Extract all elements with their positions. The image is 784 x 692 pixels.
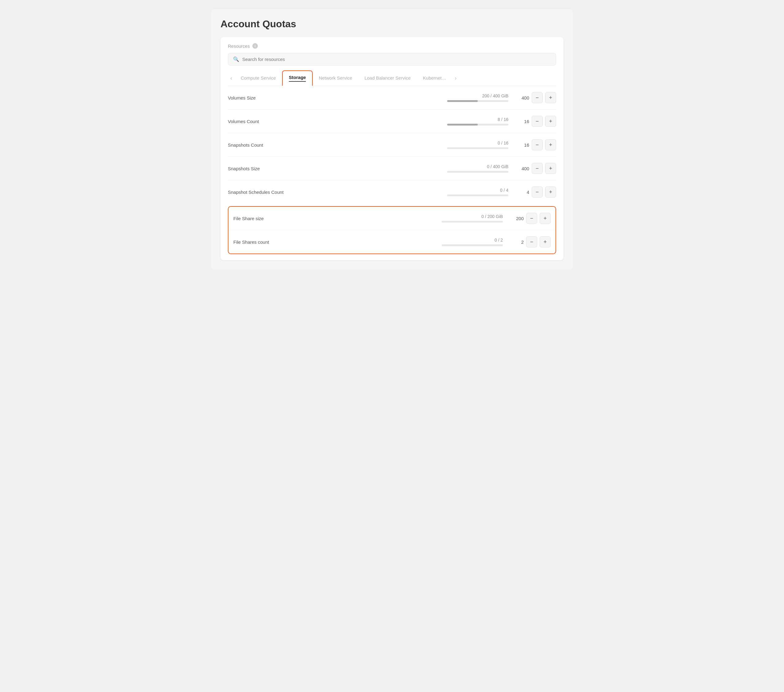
quota-text-snapshot-schedules-count: 0 / 4	[500, 188, 508, 193]
quota-decrease-volumes-size[interactable]: −	[532, 92, 543, 103]
quota-value-snapshots-count: 16	[517, 142, 529, 148]
quota-progress-snapshot-schedules-count: 0 / 4	[318, 188, 508, 196]
quota-list: Volumes Size 200 / 400 GiB 400 − + Volum…	[228, 86, 556, 254]
quota-text-file-shares-count: 0 / 2	[494, 237, 503, 242]
quota-label-snapshot-schedules-count: Snapshot Schedules Count	[228, 189, 314, 195]
quota-label-file-share-size: File Share size	[233, 216, 319, 221]
quota-text-snapshots-count: 0 / 16	[497, 140, 508, 145]
quota-text-file-share-size: 0 / 200 GiB	[481, 214, 503, 219]
highlighted-section: File Share size 0 / 200 GiB 200 − + File…	[228, 206, 556, 254]
tab-prev-arrow[interactable]: ‹	[228, 75, 235, 81]
quota-progress-file-shares-count: 0 / 2	[324, 237, 503, 246]
quota-decrease-snapshots-count[interactable]: −	[532, 139, 543, 150]
search-input[interactable]	[242, 57, 551, 62]
tab-storage[interactable]: Storage	[282, 71, 313, 86]
quota-row-file-share-size: File Share size 0 / 200 GiB 200 − +	[229, 207, 555, 230]
quota-value-snapshots-size: 400	[517, 166, 529, 171]
progress-bar-bg-volumes-count	[447, 124, 508, 125]
search-icon: 🔍	[233, 56, 239, 62]
progress-bar-fill-volumes-size	[447, 100, 478, 102]
quota-value-snapshot-schedules-count: 4	[517, 189, 529, 195]
quota-increase-snapshots-count[interactable]: +	[545, 139, 556, 150]
resources-header: Resources i	[228, 43, 556, 49]
quota-value-file-shares-count: 2	[511, 239, 524, 245]
progress-bar-bg-file-shares-count	[441, 244, 503, 246]
quota-decrease-file-shares-count[interactable]: −	[526, 236, 537, 247]
quota-progress-volumes-count: 8 / 16	[318, 117, 508, 125]
quota-progress-snapshots-count: 0 / 16	[318, 140, 508, 149]
tab-network[interactable]: Network Service	[313, 72, 358, 85]
quota-controls-snapshots-count: 16 − +	[513, 139, 556, 150]
quota-progress-volumes-size: 200 / 400 GiB	[318, 93, 508, 102]
tab-next-arrow[interactable]: ›	[452, 75, 459, 81]
tabs-bar: ‹ Compute Service Storage Network Servic…	[228, 71, 556, 86]
progress-bar-bg-snapshots-count	[447, 147, 508, 149]
progress-bar-fill-volumes-count	[447, 124, 478, 125]
quota-increase-file-share-size[interactable]: +	[540, 213, 551, 224]
quota-controls-volumes-count: 16 − +	[513, 116, 556, 127]
tab-loadbalancer[interactable]: Load Balancer Service	[358, 72, 417, 85]
regular-quota-rows: Volumes Size 200 / 400 GiB 400 − + Volum…	[228, 86, 556, 204]
progress-bar-bg-snapshot-schedules-count	[447, 194, 508, 196]
quota-row-snapshots-size: Snapshots Size 0 / 400 GiB 400 − +	[228, 157, 556, 180]
quota-value-file-share-size: 200	[511, 216, 524, 221]
quota-decrease-file-share-size[interactable]: −	[526, 213, 537, 224]
quota-controls-file-shares-count: 2 − +	[508, 236, 551, 247]
quota-card: Resources i 🔍 ‹ Compute Service Storage …	[221, 37, 563, 260]
quota-label-file-shares-count: File Shares count	[233, 239, 319, 245]
highlighted-quota-rows: File Share size 0 / 200 GiB 200 − + File…	[229, 207, 555, 254]
main-container: Account Quotas Resources i 🔍 ‹ Compute S…	[211, 9, 573, 269]
quota-controls-volumes-size: 400 − +	[513, 92, 556, 103]
tab-kubernetes[interactable]: Kubernet…	[417, 72, 452, 85]
quota-row-volumes-size: Volumes Size 200 / 400 GiB 400 − +	[228, 86, 556, 110]
progress-bar-bg-volumes-size	[447, 100, 508, 102]
resources-info-icon: i	[252, 43, 258, 49]
quota-controls-file-share-size: 200 − +	[508, 213, 551, 224]
quota-text-volumes-size: 200 / 400 GiB	[482, 93, 508, 98]
quota-label-volumes-size: Volumes Size	[228, 95, 314, 101]
quota-row-volumes-count: Volumes Count 8 / 16 16 − +	[228, 110, 556, 133]
quota-progress-snapshots-size: 0 / 400 GiB	[318, 164, 508, 173]
quota-decrease-snapshots-size[interactable]: −	[532, 163, 543, 174]
quota-decrease-volumes-count[interactable]: −	[532, 116, 543, 127]
quota-decrease-snapshot-schedules-count[interactable]: −	[532, 186, 543, 198]
quota-label-snapshots-size: Snapshots Size	[228, 166, 314, 171]
quota-value-volumes-size: 400	[517, 95, 529, 101]
quota-increase-snapshots-size[interactable]: +	[545, 163, 556, 174]
quota-label-volumes-count: Volumes Count	[228, 119, 314, 124]
quota-increase-snapshot-schedules-count[interactable]: +	[545, 186, 556, 198]
quota-progress-file-share-size: 0 / 200 GiB	[324, 214, 503, 222]
search-bar[interactable]: 🔍	[228, 53, 556, 66]
resources-label: Resources	[228, 43, 250, 49]
quota-text-snapshots-size: 0 / 400 GiB	[487, 164, 508, 169]
quota-label-snapshots-count: Snapshots Count	[228, 142, 314, 148]
quota-text-volumes-count: 8 / 16	[497, 117, 508, 122]
quota-row-snapshots-count: Snapshots Count 0 / 16 16 − +	[228, 133, 556, 157]
progress-bar-bg-snapshots-size	[447, 171, 508, 173]
quota-increase-volumes-size[interactable]: +	[545, 92, 556, 103]
tab-compute[interactable]: Compute Service	[235, 72, 282, 85]
quota-increase-file-shares-count[interactable]: +	[540, 236, 551, 247]
quota-value-volumes-count: 16	[517, 119, 529, 124]
quota-row-snapshot-schedules-count: Snapshot Schedules Count 0 / 4 4 − +	[228, 180, 556, 204]
page-title: Account Quotas	[221, 18, 563, 30]
quota-controls-snapshot-schedules-count: 4 − +	[513, 186, 556, 198]
quota-increase-volumes-count[interactable]: +	[545, 116, 556, 127]
quota-controls-snapshots-size: 400 − +	[513, 163, 556, 174]
quota-row-file-shares-count: File Shares count 0 / 2 2 − +	[229, 230, 555, 254]
progress-bar-bg-file-share-size	[441, 221, 503, 222]
